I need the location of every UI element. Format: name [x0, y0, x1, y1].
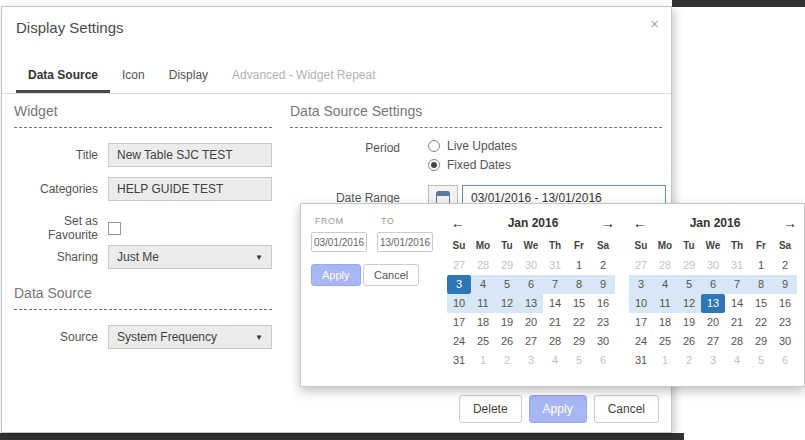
- calendar-day[interactable]: 24: [629, 332, 653, 351]
- delete-button[interactable]: Delete: [459, 395, 522, 423]
- calendar-day[interactable]: 30: [701, 256, 725, 275]
- picker-cancel-button[interactable]: Cancel: [363, 264, 419, 286]
- calendar-day[interactable]: 14: [725, 294, 749, 313]
- calendar-day[interactable]: 12: [495, 294, 519, 313]
- calendar-day[interactable]: 1: [471, 351, 495, 370]
- calendar-day[interactable]: 2: [773, 256, 797, 275]
- calendar-day[interactable]: 1: [567, 256, 591, 275]
- calendar-day[interactable]: 2: [591, 256, 615, 275]
- tab-data-source[interactable]: Data Source: [16, 59, 110, 93]
- calendar-day[interactable]: 13: [701, 294, 725, 313]
- calendar-day[interactable]: 31: [543, 256, 567, 275]
- sharing-select[interactable]: Just Me ▼: [108, 245, 272, 269]
- calendar-day[interactable]: 21: [725, 313, 749, 332]
- calendar-day[interactable]: 25: [471, 332, 495, 351]
- tab-icon[interactable]: Icon: [110, 59, 157, 93]
- calendar-day[interactable]: 4: [725, 351, 749, 370]
- calendar-prev-icon[interactable]: ←: [633, 215, 647, 231]
- calendar-day[interactable]: 10: [447, 294, 471, 313]
- calendar-day[interactable]: 7: [543, 275, 567, 294]
- calendar-day[interactable]: 16: [773, 294, 797, 313]
- calendar-day[interactable]: 30: [519, 256, 543, 275]
- calendar-day[interactable]: 30: [773, 332, 797, 351]
- tab-advanced-widget-repeat[interactable]: Advanced - Widget Repeat: [220, 59, 387, 93]
- calendar-day[interactable]: 4: [543, 351, 567, 370]
- radio-fixed-dates[interactable]: Fixed Dates: [428, 158, 517, 172]
- calendar-day[interactable]: 23: [773, 313, 797, 332]
- calendar-day[interactable]: 22: [749, 313, 773, 332]
- calendar-day[interactable]: 31: [725, 256, 749, 275]
- calendar-day[interactable]: 12: [677, 294, 701, 313]
- categories-input[interactable]: HELP GUIDE TEST: [108, 177, 272, 201]
- calendar-day[interactable]: 18: [471, 313, 495, 332]
- calendar-day[interactable]: 24: [447, 332, 471, 351]
- calendar-day[interactable]: 27: [701, 332, 725, 351]
- calendar-day[interactable]: 30: [591, 332, 615, 351]
- calendar-day[interactable]: 11: [471, 294, 495, 313]
- calendar-day[interactable]: 7: [725, 275, 749, 294]
- calendar-next-icon[interactable]: →: [601, 215, 615, 231]
- calendar-day[interactable]: 27: [447, 256, 471, 275]
- calendar-day[interactable]: 29: [567, 332, 591, 351]
- calendar-day[interactable]: 3: [701, 351, 725, 370]
- favourite-checkbox[interactable]: [108, 222, 121, 235]
- calendar-day[interactable]: 6: [701, 275, 725, 294]
- calendar-day[interactable]: 17: [629, 313, 653, 332]
- calendar-day[interactable]: 19: [495, 313, 519, 332]
- calendar-day[interactable]: 13: [519, 294, 543, 313]
- calendar-day[interactable]: 5: [567, 351, 591, 370]
- calendar-day[interactable]: 28: [543, 332, 567, 351]
- calendar-day[interactable]: 8: [567, 275, 591, 294]
- calendar-day[interactable]: 15: [567, 294, 591, 313]
- calendar-day[interactable]: 15: [749, 294, 773, 313]
- title-input[interactable]: New Table SJC TEST: [108, 143, 272, 167]
- calendar-day[interactable]: 16: [591, 294, 615, 313]
- calendar-day[interactable]: 29: [495, 256, 519, 275]
- calendar-day[interactable]: 4: [653, 275, 677, 294]
- calendar-day[interactable]: 11: [653, 294, 677, 313]
- calendar-day[interactable]: 22: [567, 313, 591, 332]
- calendar-day[interactable]: 20: [519, 313, 543, 332]
- from-date-input[interactable]: 03/01/2016: [311, 232, 367, 252]
- calendar-day[interactable]: 5: [495, 275, 519, 294]
- calendar-day[interactable]: 29: [677, 256, 701, 275]
- calendar-day[interactable]: 28: [471, 256, 495, 275]
- picker-apply-button[interactable]: Apply: [311, 264, 361, 286]
- source-select[interactable]: System Frequency ▼: [108, 325, 272, 349]
- calendar-day[interactable]: 25: [653, 332, 677, 351]
- apply-button[interactable]: Apply: [529, 395, 587, 423]
- calendar-day[interactable]: 28: [653, 256, 677, 275]
- calendar-day[interactable]: 23: [591, 313, 615, 332]
- calendar-day[interactable]: 9: [773, 275, 797, 294]
- to-date-input[interactable]: 13/01/2016: [377, 232, 433, 252]
- calendar-day[interactable]: 6: [519, 275, 543, 294]
- close-icon[interactable]: ×: [650, 15, 659, 32]
- calendar-day[interactable]: 26: [495, 332, 519, 351]
- calendar-day[interactable]: 9: [591, 275, 615, 294]
- calendar-day[interactable]: 3: [447, 275, 471, 294]
- calendar-day[interactable]: 8: [749, 275, 773, 294]
- radio-live-updates[interactable]: Live Updates: [428, 139, 517, 153]
- calendar-day[interactable]: 26: [677, 332, 701, 351]
- calendar-day[interactable]: 10: [629, 294, 653, 313]
- calendar-day[interactable]: 29: [749, 332, 773, 351]
- calendar-day[interactable]: 6: [591, 351, 615, 370]
- calendar-day[interactable]: 1: [653, 351, 677, 370]
- calendar-day[interactable]: 1: [749, 256, 773, 275]
- calendar-day[interactable]: 3: [519, 351, 543, 370]
- calendar-day[interactable]: 2: [677, 351, 701, 370]
- calendar-day[interactable]: 18: [653, 313, 677, 332]
- calendar-day[interactable]: 27: [519, 332, 543, 351]
- calendar-day[interactable]: 4: [471, 275, 495, 294]
- calendar-day[interactable]: 28: [725, 332, 749, 351]
- calendar-day[interactable]: 14: [543, 294, 567, 313]
- calendar-day[interactable]: 19: [677, 313, 701, 332]
- calendar-next-icon[interactable]: →: [783, 215, 797, 231]
- calendar-day[interactable]: 20: [701, 313, 725, 332]
- tab-display[interactable]: Display: [157, 59, 220, 93]
- calendar-day[interactable]: 21: [543, 313, 567, 332]
- calendar-day[interactable]: 6: [773, 351, 797, 370]
- calendar-day[interactable]: 31: [447, 351, 471, 370]
- calendar-day[interactable]: 3: [629, 275, 653, 294]
- calendar-day[interactable]: 17: [447, 313, 471, 332]
